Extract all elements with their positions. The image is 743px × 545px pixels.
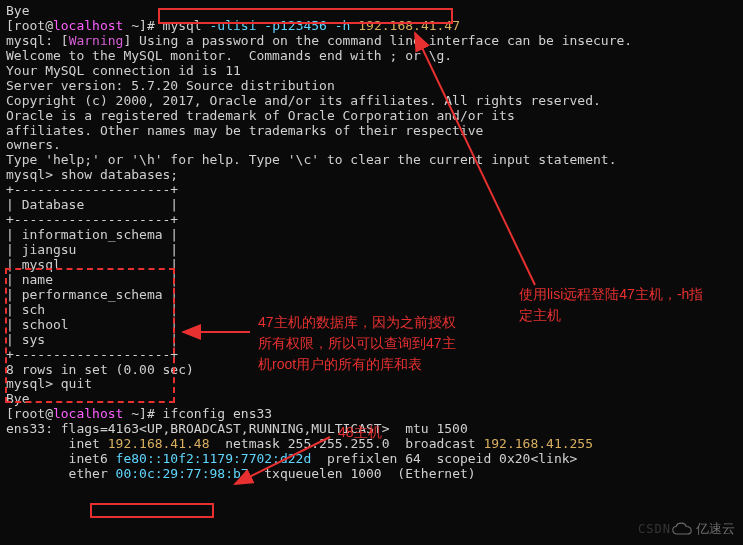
prompt-suffix: ~]# bbox=[123, 18, 162, 33]
broadcast-ip: 192.168.41.255 bbox=[483, 436, 593, 451]
ether-line: ether 00:0c:29:77:98:b7 txqueuelen 1000 … bbox=[6, 467, 737, 482]
prompt-line-2[interactable]: [root@localhost ~]# ifconfig ens33 bbox=[6, 407, 737, 422]
ifconfig-cmd: ifconfig ens33 bbox=[163, 406, 273, 421]
hostname: localhost bbox=[53, 18, 123, 33]
terminal-output: Bye [root@localhost ~]# mysql -ulisi -p1… bbox=[6, 4, 737, 482]
quit-cmd[interactable]: mysql> quit bbox=[6, 377, 737, 392]
table-border: +--------------------+ bbox=[6, 213, 737, 228]
bye-line: Bye bbox=[6, 4, 737, 19]
csdn-watermark: CSDN bbox=[638, 523, 671, 537]
table-border: +--------------------+ bbox=[6, 183, 737, 198]
trademark-line: affiliates. Other names may be trademark… bbox=[6, 124, 737, 139]
inet6-line: inet6 fe80::10f2:1179:7702:d22d prefixle… bbox=[6, 452, 737, 467]
show-databases-cmd[interactable]: mysql> show databases; bbox=[6, 168, 737, 183]
mysql-pass-flag: -p123456 bbox=[264, 18, 334, 33]
hostname: localhost bbox=[53, 406, 123, 421]
welcome-line: Welcome to the MySQL monitor. Commands e… bbox=[6, 49, 737, 64]
local-ip: 192.168.41.48 bbox=[108, 436, 210, 451]
watermark-text: 亿速云 bbox=[696, 522, 735, 537]
prompt-suffix: ~]# bbox=[123, 406, 162, 421]
server-line: Server version: 5.7.20 Source distributi… bbox=[6, 79, 737, 94]
copyright-line: Copyright (c) 2000, 2017, Oracle and/or … bbox=[6, 94, 737, 109]
annotation-host48: 48主机 bbox=[338, 422, 382, 443]
connid-line: Your MySQL connection id is 11 bbox=[6, 64, 737, 79]
bye-line: Bye bbox=[6, 392, 737, 407]
mysql-user-flag: -ulisi bbox=[210, 18, 265, 33]
bracket: [root@ bbox=[6, 406, 53, 421]
highlight-local-ip bbox=[90, 503, 214, 518]
mysql-host-ip: 192.168.41.47 bbox=[358, 18, 460, 33]
table-row: | jiangsu | bbox=[6, 243, 737, 258]
mysql-cmd: mysql bbox=[163, 18, 210, 33]
prompt-line-1[interactable]: [root@localhost ~]# mysql -ulisi -p12345… bbox=[6, 19, 737, 34]
annotation-remote-login: 使用lisi远程登陆47主机，-h指 定主机 bbox=[519, 284, 729, 326]
yisu-watermark: 亿速云 bbox=[672, 521, 735, 537]
annotation-databases: 47主机的数据库，因为之前授权 所有权限，所以可以查询到47主 机root用户的… bbox=[258, 312, 478, 375]
table-header: | Database | bbox=[6, 198, 737, 213]
table-row: | mysql | bbox=[6, 258, 737, 273]
trademark-line: Oracle is a registered trademark of Orac… bbox=[6, 109, 737, 124]
trademark-line: owners. bbox=[6, 138, 737, 153]
mysql-host-flag: -h bbox=[335, 18, 358, 33]
warning-line: mysql: [Warning] Using a password on the… bbox=[6, 34, 737, 49]
ipv6-addr: fe80::10f2:1179:7702:d22d bbox=[116, 451, 312, 466]
table-row: | information_schema | bbox=[6, 228, 737, 243]
bracket: [root@ bbox=[6, 18, 53, 33]
warning-tag: Warning bbox=[69, 33, 124, 48]
help-line: Type 'help;' or '\h' for help. Type '\c'… bbox=[6, 153, 737, 168]
mac-addr: 00:0c:29:77:98:b7 bbox=[116, 466, 249, 481]
cloud-icon bbox=[672, 521, 692, 537]
